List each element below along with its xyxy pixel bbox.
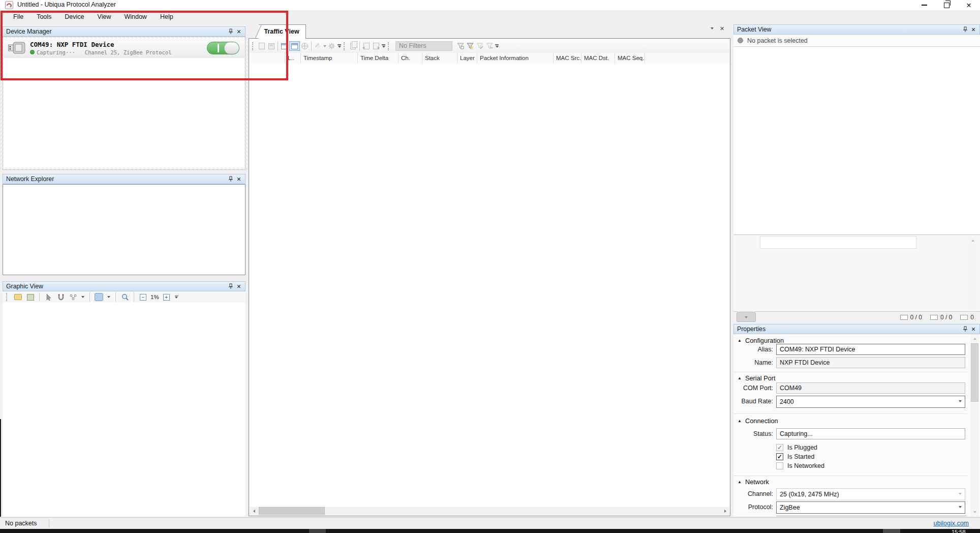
- packet-decode-area[interactable]: [733, 47, 980, 235]
- background-style-icon[interactable]: [94, 293, 104, 302]
- close-icon[interactable]: ✕: [969, 325, 977, 333]
- topology-layout-icon[interactable]: [68, 293, 78, 302]
- checkbox-is-started[interactable]: ✓ Is Started: [776, 453, 815, 460]
- alias-input[interactable]: COM49: NXP FTDI Device: [776, 344, 965, 355]
- menu-file[interactable]: File: [7, 10, 29, 23]
- open-graphic-icon[interactable]: [13, 293, 23, 302]
- scroll-up-icon[interactable]: [970, 334, 979, 343]
- protocol-select[interactable]: ZigBee: [776, 501, 965, 514]
- close-icon[interactable]: ✕: [969, 26, 977, 34]
- filter-edit-icon[interactable]: [475, 42, 484, 50]
- menu-device[interactable]: Device: [58, 10, 90, 23]
- checkbox-is-networked[interactable]: ✓ Is Networked: [776, 462, 824, 469]
- zoom-fit-icon[interactable]: [120, 293, 130, 302]
- pin-icon[interactable]: [227, 28, 235, 36]
- column-header-blank[interactable]: [250, 53, 285, 64]
- close-button[interactable]: ✕: [958, 0, 980, 10]
- menu-window[interactable]: Window: [118, 10, 152, 23]
- filter-wizard-icon[interactable]: [465, 42, 475, 50]
- filter-new-icon[interactable]: [455, 42, 465, 50]
- column-header-stack[interactable]: Stack: [422, 53, 457, 64]
- view-packet-list-icon[interactable]: [289, 41, 300, 51]
- network-explorer-panel[interactable]: [3, 184, 246, 275]
- ubilogix-link[interactable]: ubilogix.com: [934, 520, 969, 527]
- column-header-l[interactable]: L..: [285, 53, 301, 64]
- column-header-layer[interactable]: Layer: [457, 53, 477, 64]
- toolbar-grip[interactable]: [6, 293, 9, 301]
- graphic-view-canvas[interactable]: [3, 303, 246, 516]
- open-capture-icon[interactable]: [257, 42, 266, 50]
- pin-icon[interactable]: [227, 283, 235, 290]
- column-header-channel[interactable]: Ch.: [399, 53, 422, 64]
- taskbar-item[interactable]: [883, 529, 900, 533]
- pin-icon[interactable]: [961, 26, 969, 34]
- horizontal-scrollbar[interactable]: [250, 507, 729, 515]
- clear-dropdown-icon[interactable]: [323, 42, 327, 50]
- toolbar-grip[interactable]: [252, 42, 255, 50]
- next-packet-icon[interactable]: [371, 42, 381, 50]
- checkbox-is-plugged[interactable]: ✓ Is Plugged: [776, 444, 817, 451]
- zoom-out-icon[interactable]: −: [138, 293, 148, 302]
- scrollbar-thumb[interactable]: [259, 507, 325, 515]
- column-header-mac-src[interactable]: MAC Src.: [554, 53, 581, 64]
- menu-help[interactable]: Help: [154, 10, 179, 23]
- zoom-in-icon[interactable]: +: [162, 293, 171, 302]
- decode-settings-icon[interactable]: [327, 42, 336, 50]
- clear-traffic-icon[interactable]: [313, 42, 323, 50]
- save-image-icon[interactable]: [25, 293, 35, 302]
- close-icon[interactable]: ✕: [235, 283, 243, 290]
- minimize-button[interactable]: [913, 0, 935, 10]
- pin-icon[interactable]: [961, 325, 969, 333]
- counter-options-button[interactable]: [737, 312, 756, 322]
- network-view-icon[interactable]: [300, 42, 310, 50]
- tab-list-dropdown-icon[interactable]: [711, 27, 714, 29]
- scroll-left-icon[interactable]: [250, 507, 258, 515]
- column-header-time-delta[interactable]: Time Delta: [358, 53, 399, 64]
- taskbar-item[interactable]: [309, 529, 326, 533]
- column-header-packet-information[interactable]: Packet Information: [477, 53, 554, 64]
- scrollbar-thumb[interactable]: [971, 343, 978, 402]
- copy-packets-icon[interactable]: [348, 42, 358, 50]
- toolbar-overflow-icon[interactable]: [175, 295, 178, 299]
- toolbar-grip[interactable]: [388, 42, 391, 50]
- toolbar-grip[interactable]: [344, 42, 347, 50]
- toolbar-overflow-icon[interactable]: [338, 44, 341, 48]
- properties-scrollbar[interactable]: [970, 334, 979, 516]
- hex-vertical-scrollbar[interactable]: [968, 236, 977, 310]
- baud-rate-select[interactable]: 2400: [776, 396, 965, 408]
- device-row[interactable]: COM49: NXP FTDI Device Capturing··· Chan…: [4, 38, 244, 58]
- toggle-knob[interactable]: [224, 42, 239, 54]
- close-icon[interactable]: ✕: [235, 175, 243, 183]
- pin-icon[interactable]: [227, 175, 235, 183]
- menu-tools[interactable]: Tools: [30, 10, 57, 23]
- packet-hex-area[interactable]: [733, 235, 980, 311]
- filter-input[interactable]: No Filters: [395, 41, 452, 51]
- capture-toggle[interactable]: I: [207, 42, 239, 54]
- close-icon[interactable]: ✕: [235, 28, 243, 36]
- column-header-mac-dst[interactable]: MAC Dst.: [581, 53, 615, 64]
- magnet-icon[interactable]: [56, 293, 66, 302]
- tab-close-icon[interactable]: ✕: [720, 25, 724, 32]
- filter-remove-icon[interactable]: [484, 42, 494, 50]
- menu-view[interactable]: View: [91, 10, 117, 23]
- topology-dropdown-icon[interactable]: [80, 293, 85, 302]
- previous-packet-icon[interactable]: [361, 42, 371, 50]
- view-details-icon[interactable]: [280, 42, 289, 50]
- background-dropdown-icon[interactable]: [106, 293, 111, 302]
- column-header-mac-seq[interactable]: MAC Seq.: [615, 53, 645, 64]
- select-cursor-icon[interactable]: [44, 293, 53, 302]
- section-serial-port[interactable]: ▲ Serial Port: [738, 374, 776, 382]
- column-header-timestamp[interactable]: Timestamp: [301, 53, 358, 64]
- save-capture-icon[interactable]: [266, 42, 276, 50]
- scroll-right-icon[interactable]: [721, 507, 729, 515]
- toolbar-overflow-icon[interactable]: [495, 44, 499, 48]
- restore-button[interactable]: [935, 0, 958, 10]
- scroll-up-icon[interactable]: [968, 236, 977, 245]
- section-configuration[interactable]: ▲ Configuration: [738, 337, 784, 344]
- packet-list-area[interactable]: [250, 64, 729, 507]
- section-connection[interactable]: ▲ Connection: [738, 417, 778, 425]
- scroll-down-icon[interactable]: [970, 508, 979, 516]
- section-network[interactable]: ▲ Network: [738, 478, 769, 486]
- tab-traffic-view[interactable]: Traffic View: [254, 24, 306, 39]
- toolbar-overflow-icon[interactable]: [382, 44, 385, 48]
